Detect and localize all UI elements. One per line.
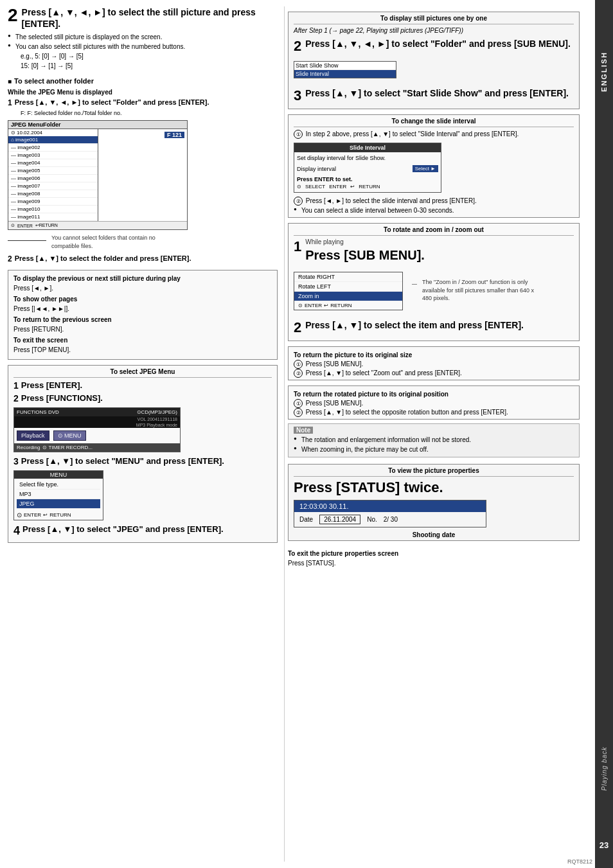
return-size-title: To return the picture to its original si… [294, 351, 574, 359]
display-one-by-one-box: To display still pictures one by one Aft… [288, 12, 580, 109]
english-label: ENGLISH [600, 51, 608, 92]
si-label: Set display interval for Slide Show. [297, 155, 438, 161]
folder-item-9: — image010 [8, 206, 98, 213]
while-playing-label: While playing [305, 238, 425, 245]
display-previous-box: To display the previous or next still pi… [8, 270, 278, 360]
display-one-by-one-title: To display still pictures one by one [294, 14, 574, 24]
folder-return-label: ↩RETURN [35, 223, 58, 228]
f-label-desc: F: Selected folder no./Total folder no. [28, 110, 122, 116]
func-top-center: ⊙CD(MP3/JPEG) [137, 409, 177, 415]
si-press: Press ENTER to set. [297, 176, 438, 182]
menu-enter-icon: ⊙ [17, 511, 22, 518]
f-label: F: [21, 110, 28, 116]
func-playback-btn: Playback [17, 430, 49, 441]
rotate-item-1: Rotate RIGHT [294, 272, 402, 282]
folder-item-7: — image008 [8, 190, 98, 198]
select-folder-heading: To select another folder [8, 77, 278, 85]
folder-step2-text: Press [▲, ▼] to select the folder and pr… [15, 254, 191, 262]
menu-jpeg: JPEG [17, 499, 100, 509]
rotate-item-3: Zoom in [294, 292, 402, 301]
func-top-right2: MP3 Playback mode [136, 423, 177, 427]
folder-callout-row: You cannot select folders that contain n… [8, 234, 278, 250]
rotate-enter-label: ENTER [305, 303, 322, 308]
press-status: Press [STATUS] twice. [294, 479, 574, 496]
return-position-box: To return the rotated picture to its ori… [288, 385, 580, 420]
jpeg-step3-num: 3 [13, 456, 19, 466]
page-number: 23 [595, 835, 613, 855]
folder-badge: F 121 [164, 132, 184, 138]
jpeg-step4-text: Press [▲, ▼] to select "JPEG" and press … [22, 524, 224, 534]
si-title: Slide Interval [294, 143, 441, 152]
select-jpeg-box: To select JPEG Menu 1 Press [ENTER]. 2 P… [8, 365, 278, 543]
slide-interval-screen: Slide Interval Set display interval for … [294, 143, 441, 193]
step2-heading: Press [▲, ▼, ◄, ►] to select the still p… [22, 6, 278, 30]
no-value: 2/ 30 [384, 516, 398, 523]
jpeg-step3-text: Press [▲, ▼] to select "MENU" and press … [21, 456, 224, 466]
slide-interval-title: To change the slide interval [294, 117, 574, 127]
si-return-icon: ↩ [350, 184, 355, 190]
folder-enter-label: ENTER [17, 224, 33, 228]
rotate-screen: Rotate RIGHT Rotate LEFT Zoom in ⊙ ENTER… [294, 272, 403, 310]
jpeg-step1-num: 1 [13, 380, 19, 391]
select-folder-block: To select another folder While the JPEG … [8, 77, 278, 263]
return-size-step1: ① Press [SUB MENU]. [294, 360, 574, 369]
rotate-zoom-box: To rotate and zoom in / zoom out 1 While… [288, 223, 580, 341]
rz-step1-text: Press [SUB MENU]. [305, 248, 425, 263]
playing-back-label: Playing back [601, 747, 608, 791]
no-label: No. [367, 516, 377, 523]
rotate-enter-icon: ⊙ [298, 303, 303, 308]
slide-step2-text: Press [◄, ►] to select the slide interva… [306, 197, 477, 204]
note-box: Note The rotation and enlargement inform… [288, 423, 580, 457]
slide-step2-row: ② Press [◄, ►] to select the slide inter… [294, 197, 574, 206]
folder-enter-icon: ⊙ [11, 223, 15, 228]
rotate-item-2: Rotate LEFT [294, 282, 402, 292]
rotate-zoom-title: To rotate and zoom in / zoom out [294, 226, 574, 236]
folder-item-4: — image005 [8, 167, 98, 175]
func-top-right: VOL 200411291118 [138, 417, 177, 421]
func-menu-btn: ⊙ MENU [53, 430, 86, 441]
menu-title: MENU [14, 471, 103, 479]
si-controls: ⊙ SELECT ENTER ↩ RETURN [297, 184, 438, 190]
select-jpeg-title: To select JPEG Menu [13, 368, 272, 378]
folder-item-0: ⌂ image001 [8, 136, 98, 144]
folder-label-text: F: F: Selected folder no./Total folder n… [8, 110, 278, 116]
folder-title-left: JPEG Menu [11, 121, 43, 128]
view-properties-box: To view the picture properties Press [ST… [288, 464, 580, 541]
si-select-label: SELECT [305, 184, 325, 190]
return-pos-title: To return the rotated picture to its ori… [294, 391, 574, 398]
sub-menu-item-1: Start Slide Show [294, 62, 396, 70]
func-recording-btn: Recording [17, 445, 40, 450]
return-pos-s2: Press [▲, ▼] to select the opposite rota… [306, 409, 508, 416]
date-value: 26.11.2004 [319, 515, 360, 524]
return-size-s2: Press [▲, ▼] to select "Zoom out" and pr… [306, 369, 462, 376]
slide-step1-text: In step 2 above, press [▲, ▼] to select … [306, 130, 519, 137]
folder-top-item: ⊙ 10.02.2004 [8, 129, 98, 136]
status-time: 12:03:00 30.11. [294, 500, 486, 512]
func-top-left: FUNCTIONS DVD [17, 409, 59, 415]
return-pos-step1: ① Press [SUB MENU]. [294, 399, 574, 408]
folder-item-5: — image006 [8, 175, 98, 182]
step2-bullet1: The selected still picture is displayed … [8, 32, 278, 42]
folder-item-6: — image007 [8, 182, 98, 190]
si-return-label: RETURN [359, 184, 380, 190]
step2-example1: e.g., 5: [0] → [0] → [5] [8, 51, 278, 61]
display-previous-title: To display the previous or next still pi… [13, 275, 272, 282]
exit-props-title: To exit the picture properties screen [288, 550, 580, 557]
sub-menu-screen: Start Slide Show Slide Interval [294, 61, 396, 78]
slide-bullet: You can select a slide interval between … [294, 206, 574, 215]
step2-block: 2 Press [▲, ▼, ◄, ►] to select the still… [8, 6, 278, 71]
jpeg-step2-text: Press [FUNCTIONS]. [21, 393, 103, 403]
view-properties-title: To view the picture properties [294, 466, 574, 477]
menu-return-icon: ↩ [43, 512, 48, 518]
si-enter-label: ENTER [329, 184, 346, 190]
folder-item-1: — image002 [8, 144, 98, 152]
folder-title-right: Folder [43, 121, 61, 128]
note-label: Note [294, 427, 313, 434]
obo-step2-num: 2 [294, 38, 301, 55]
menu-return-label: RETURN [49, 512, 71, 518]
menu-screen: MENU Select file type. MP3 JPEG ⊙ ENTER … [13, 470, 103, 520]
side-tab: ENGLISH Playing back 23 [595, 0, 613, 868]
show-other-pages-text: Press [|◄◄, ►►|]. [13, 304, 272, 314]
jpeg-step4-num: 4 [13, 524, 20, 538]
rotate-enter: ⊙ ENTER ↩ RETURN [294, 301, 402, 310]
